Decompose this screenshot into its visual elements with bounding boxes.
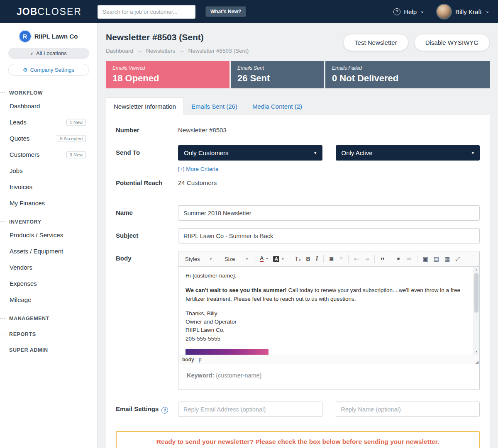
toolbar-separator bbox=[417, 255, 417, 263]
increase-indent-button[interactable]: ⇥ bbox=[362, 254, 372, 264]
whats-new-button[interactable]: What's New? bbox=[205, 6, 246, 17]
newsletter-subject-input[interactable] bbox=[178, 228, 480, 243]
section-reports[interactable]: REPORTS bbox=[0, 327, 97, 339]
tab-emails-sent[interactable]: Emails Sent (26) bbox=[184, 98, 245, 115]
sidebar-item-customers[interactable]: Customers3 New bbox=[0, 146, 97, 163]
numbered-list-button[interactable]: ≣ bbox=[327, 254, 337, 264]
keyword-row: Keyword: {customer-name} bbox=[178, 364, 479, 390]
path-body[interactable]: body bbox=[182, 357, 194, 363]
keyword-value: {customer-name} bbox=[216, 372, 261, 379]
sidebar-item-mileage[interactable]: Mileage bbox=[0, 292, 97, 308]
sidebar-item-expenses[interactable]: Expenses bbox=[0, 275, 97, 292]
sidebar-item-assets-equipment[interactable]: Assets / Equipment bbox=[0, 243, 97, 259]
breadcrumb-current: Newsletter #8503 (Sent) bbox=[188, 48, 249, 54]
toolbar-separator bbox=[323, 255, 324, 263]
maximize-button[interactable]: ⤢ bbox=[453, 254, 462, 264]
send-to-status-select[interactable]: Only Active ▾ bbox=[336, 145, 480, 161]
user-menu[interactable]: Billy Kraft ∨ bbox=[436, 4, 489, 19]
breadcrumb-dashboard[interactable]: Dashboard bbox=[106, 48, 133, 54]
logo-job: JOB bbox=[17, 6, 37, 17]
link-button[interactable]: ⚭ bbox=[393, 253, 403, 264]
company-name: RIIPL Lawn Co bbox=[34, 33, 78, 40]
italic-button[interactable]: I bbox=[313, 254, 320, 264]
topbar: JOBCLOSER What's New? ? Help ∨ Billy Kra… bbox=[0, 0, 498, 23]
remove-format-button[interactable]: Tx bbox=[292, 254, 303, 264]
toolbar-separator bbox=[254, 255, 254, 263]
stats-bar: Emails Viewed 18 Opened Emails Sent 26 S… bbox=[106, 61, 490, 88]
gear-icon: ⚙ bbox=[23, 67, 28, 73]
email-settings-help-icon[interactable]: ? bbox=[161, 407, 168, 414]
insert-embed-button[interactable]: ▤ bbox=[431, 254, 442, 264]
sidebar-item-leads[interactable]: Leads1 New bbox=[0, 114, 97, 130]
scroll-down-icon[interactable]: ▼ bbox=[474, 349, 479, 355]
sidebar-item-invoices[interactable]: Invoices bbox=[0, 179, 97, 195]
resize-handle-icon[interactable]: ◢ bbox=[475, 360, 478, 364]
sidebar: R RIIPL Lawn Co ∨ All Locations ⚙ Compan… bbox=[0, 23, 98, 448]
caret-down-icon: ▾ bbox=[471, 150, 474, 156]
help-menu[interactable]: ? Help ∨ bbox=[393, 8, 424, 15]
newsletter-name-input[interactable] bbox=[178, 205, 480, 221]
reply-name-input[interactable] bbox=[336, 402, 480, 417]
scrollbar-thumb[interactable] bbox=[474, 273, 478, 313]
all-locations-label: All Locations bbox=[36, 50, 67, 56]
sidebar-item-quotes[interactable]: Quotes8 Accepted bbox=[0, 130, 97, 146]
insert-image-button[interactable]: ▣ bbox=[420, 254, 431, 264]
path-p[interactable]: p bbox=[199, 357, 202, 363]
all-locations-dropdown[interactable]: ∨ All Locations bbox=[8, 48, 89, 59]
send-to-select[interactable]: Only Customers ▾ bbox=[178, 145, 322, 161]
global-search-input[interactable] bbox=[98, 5, 195, 19]
company-settings-button[interactable]: ⚙ Company Settings bbox=[8, 64, 89, 75]
test-newsletter-button[interactable]: Test Newsletter bbox=[343, 34, 408, 51]
chevron-down-icon: ∨ bbox=[30, 51, 33, 56]
bold-button[interactable]: B bbox=[304, 254, 313, 264]
size-dropdown[interactable]: Size ▾ bbox=[221, 254, 251, 264]
toolbar-separator bbox=[289, 255, 289, 263]
bulleted-list-button[interactable]: ≡ bbox=[337, 254, 345, 264]
section-dash-icon bbox=[0, 93, 5, 93]
reply-email-input[interactable] bbox=[178, 402, 322, 417]
company-row[interactable]: R RIIPL Lawn Co bbox=[0, 31, 97, 42]
sidebar-item-vendors[interactable]: Vendors bbox=[0, 259, 97, 275]
body-field: Styles ▾ Size ▾ A▾ A▾ Tx B bbox=[178, 251, 480, 390]
editor-element-path: body p ◢ bbox=[178, 355, 479, 364]
text-color-button[interactable]: A▾ bbox=[257, 254, 270, 264]
stat-emails-viewed: Emails Viewed 18 Opened bbox=[106, 61, 229, 88]
body-label: Body bbox=[116, 251, 178, 262]
breadcrumb-newsletters[interactable]: Newsletters bbox=[146, 48, 176, 54]
section-dash-icon bbox=[0, 350, 5, 350]
keyword-label: Keyword: bbox=[187, 372, 214, 379]
insert-table-button[interactable]: ▦ bbox=[442, 254, 452, 264]
sidebar-item-jobs[interactable]: Jobs bbox=[0, 163, 97, 179]
editor-content[interactable]: Hi {customer-name}, We can't wait to see… bbox=[178, 267, 479, 355]
chevron-down-icon: ∨ bbox=[486, 10, 489, 14]
stat-emails-failed: Emails Failed 0 Not Delivered bbox=[325, 61, 490, 88]
number-value: Newsletter #8503 bbox=[178, 127, 480, 134]
sidebar-nav: WORKFLOW Dashboard Leads1 New Quotes8 Ac… bbox=[0, 85, 97, 355]
toolbar-separator bbox=[390, 255, 390, 263]
tab-newsletter-information[interactable]: Newsletter Information bbox=[106, 97, 184, 115]
section-super-admin[interactable]: SUPER ADMIN bbox=[0, 343, 97, 355]
decrease-indent-button[interactable]: ⇤ bbox=[352, 254, 361, 264]
newsletter-information-panel: Number Newsletter #8503 Send To Only Cus… bbox=[106, 115, 490, 448]
sidebar-item-products-services[interactable]: Products / Services bbox=[0, 227, 97, 243]
tab-media-content[interactable]: Media Content (2) bbox=[245, 98, 310, 115]
sidebar-item-dashboard[interactable]: Dashboard bbox=[0, 98, 97, 114]
section-workflow: WORKFLOW bbox=[0, 85, 97, 98]
section-dash-icon bbox=[0, 222, 5, 222]
send-warning-banner: Ready to send your newsletter? Please ch… bbox=[116, 431, 480, 448]
blockquote-button[interactable]: ” bbox=[378, 254, 387, 264]
disable-wysiwyg-button[interactable]: Disable WYSIWYG bbox=[414, 34, 490, 51]
breadcrumb-arrow-icon: → bbox=[137, 48, 142, 54]
sidebar-item-my-finances[interactable]: My Finances bbox=[0, 195, 97, 211]
more-criteria-link[interactable]: [+] More Criteria bbox=[178, 166, 218, 172]
unlink-button[interactable]: ⚮ bbox=[404, 253, 414, 264]
editor-scrollbar[interactable]: ▲ ▼ bbox=[474, 267, 479, 355]
section-management[interactable]: MANAGEMENT bbox=[0, 311, 97, 324]
caret-down-icon: ▾ bbox=[210, 257, 212, 261]
scroll-up-icon[interactable]: ▲ bbox=[474, 267, 479, 273]
name-label: Name bbox=[116, 205, 178, 216]
app-logo[interactable]: JOBCLOSER bbox=[17, 6, 82, 17]
background-color-button[interactable]: A▾ bbox=[271, 254, 286, 264]
main-content: Newsletter #8503 (Sent) Dashboard → News… bbox=[98, 23, 498, 448]
styles-dropdown[interactable]: Styles ▾ bbox=[182, 254, 215, 264]
